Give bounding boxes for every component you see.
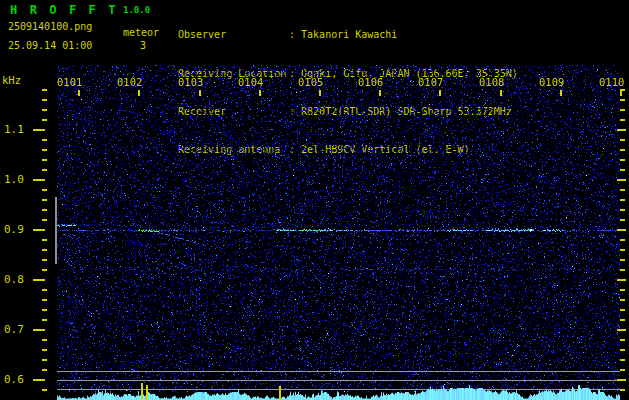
freq-minor-tick-right bbox=[620, 89, 625, 91]
time-label: 0103 bbox=[178, 76, 203, 88]
freq-minor-tick-right bbox=[620, 319, 625, 321]
freq-minor-tick-left bbox=[42, 99, 47, 101]
freq-minor-tick-left bbox=[42, 139, 47, 141]
freq-label: 0.6 bbox=[4, 373, 24, 386]
freq-minor-tick-left bbox=[42, 109, 47, 111]
freq-major-tick-right bbox=[617, 229, 626, 231]
freq-minor-tick-left bbox=[42, 89, 47, 91]
freq-minor-tick-right bbox=[620, 149, 625, 151]
time-tick bbox=[560, 90, 562, 96]
freq-minor-tick-left bbox=[42, 169, 47, 171]
freq-minor-tick-right bbox=[620, 369, 625, 371]
freq-minor-tick-left bbox=[42, 189, 47, 191]
freq-minor-tick-left bbox=[42, 319, 47, 321]
freq-minor-tick-right bbox=[620, 109, 625, 111]
freq-minor-tick-left bbox=[42, 159, 47, 161]
freq-minor-tick-right bbox=[620, 239, 625, 241]
time-tick bbox=[78, 90, 80, 96]
freq-major-tick-left bbox=[33, 329, 45, 331]
freq-minor-tick-left bbox=[42, 359, 47, 361]
freq-major-tick-left bbox=[33, 179, 45, 181]
time-tick bbox=[199, 90, 201, 96]
time-tick bbox=[259, 90, 261, 96]
time-label: 0104 bbox=[238, 76, 263, 88]
freq-minor-tick-right bbox=[620, 269, 625, 271]
freq-minor-tick-left bbox=[42, 239, 47, 241]
freq-minor-tick-right bbox=[620, 219, 625, 221]
freq-minor-tick-left bbox=[42, 339, 47, 341]
freq-minor-tick-right bbox=[620, 389, 625, 391]
freq-minor-tick-right bbox=[620, 309, 625, 311]
station-row-observer: Observer: Takanori Kawachi bbox=[178, 29, 518, 42]
freq-minor-tick-right bbox=[620, 199, 625, 201]
freq-minor-tick-right bbox=[620, 209, 625, 211]
freq-major-tick-left bbox=[33, 279, 45, 281]
time-label: 0105 bbox=[298, 76, 323, 88]
freq-minor-tick-left bbox=[42, 299, 47, 301]
datetime-label: 25.09.14 01:00 bbox=[8, 40, 92, 51]
freq-label: 1.0 bbox=[4, 173, 24, 186]
hrofft-output: H R O F F T 1.0.0 2509140100.png meteor … bbox=[0, 0, 629, 400]
freq-minor-tick-right bbox=[620, 339, 625, 341]
time-label: 0110 bbox=[599, 76, 624, 88]
app-version: 1.0.0 bbox=[123, 5, 150, 15]
freq-minor-tick-right bbox=[620, 169, 625, 171]
freq-major-tick-right bbox=[617, 379, 626, 381]
time-tick bbox=[439, 90, 441, 96]
freq-minor-tick-left bbox=[42, 119, 47, 121]
freq-label: 0.7 bbox=[4, 323, 24, 336]
freq-minor-tick-right bbox=[620, 359, 625, 361]
freq-minor-tick-right bbox=[620, 259, 625, 261]
freq-minor-tick-left bbox=[42, 149, 47, 151]
freq-minor-tick-left bbox=[42, 209, 47, 211]
freq-minor-tick-left bbox=[42, 219, 47, 221]
freq-minor-tick-left bbox=[42, 269, 47, 271]
freq-label: 0.8 bbox=[4, 273, 24, 286]
freq-label: 1.1 bbox=[4, 123, 24, 136]
freq-minor-tick-left bbox=[42, 309, 47, 311]
freq-label: 0.9 bbox=[4, 223, 24, 236]
meteor-count: 3 bbox=[140, 40, 146, 51]
time-tick bbox=[138, 90, 140, 96]
app-title: H R O F F T bbox=[10, 3, 118, 17]
time-tick bbox=[379, 90, 381, 96]
freq-unit-label: kHz bbox=[2, 74, 21, 86]
time-tick bbox=[319, 90, 321, 96]
freq-minor-tick-left bbox=[42, 249, 47, 251]
time-tick bbox=[500, 90, 502, 96]
freq-minor-tick-left bbox=[42, 199, 47, 201]
time-label: 0106 bbox=[358, 76, 383, 88]
freq-major-tick-left bbox=[33, 379, 45, 381]
freq-major-tick-left bbox=[33, 229, 45, 231]
freq-minor-tick-left bbox=[42, 349, 47, 351]
freq-minor-tick-right bbox=[620, 189, 625, 191]
freq-major-tick-left bbox=[33, 129, 45, 131]
freq-major-tick-right bbox=[617, 179, 626, 181]
time-label: 0101 bbox=[57, 76, 82, 88]
freq-minor-tick-right bbox=[620, 119, 625, 121]
freq-major-tick-right bbox=[617, 279, 626, 281]
freq-minor-tick-right bbox=[620, 289, 625, 291]
freq-minor-tick-right bbox=[620, 99, 625, 101]
freq-minor-tick-right bbox=[620, 249, 625, 251]
freq-minor-tick-right bbox=[620, 349, 625, 351]
time-label: 0108 bbox=[479, 76, 504, 88]
freq-minor-tick-left bbox=[42, 289, 47, 291]
freq-minor-tick-right bbox=[620, 159, 625, 161]
freq-minor-tick-right bbox=[620, 139, 625, 141]
mode-label: meteor bbox=[123, 27, 159, 38]
spectrogram-canvas bbox=[57, 65, 620, 400]
freq-major-tick-right bbox=[617, 129, 626, 131]
freq-minor-tick-left bbox=[42, 389, 47, 391]
time-label: 0109 bbox=[539, 76, 564, 88]
freq-major-tick-right bbox=[617, 329, 626, 331]
freq-minor-tick-left bbox=[42, 259, 47, 261]
detection-band-marker bbox=[55, 197, 57, 264]
time-label: 0107 bbox=[418, 76, 443, 88]
output-filename: 2509140100.png bbox=[8, 21, 92, 32]
time-label: 0102 bbox=[117, 76, 142, 88]
freq-minor-tick-left bbox=[42, 369, 47, 371]
freq-minor-tick-right bbox=[620, 299, 625, 301]
